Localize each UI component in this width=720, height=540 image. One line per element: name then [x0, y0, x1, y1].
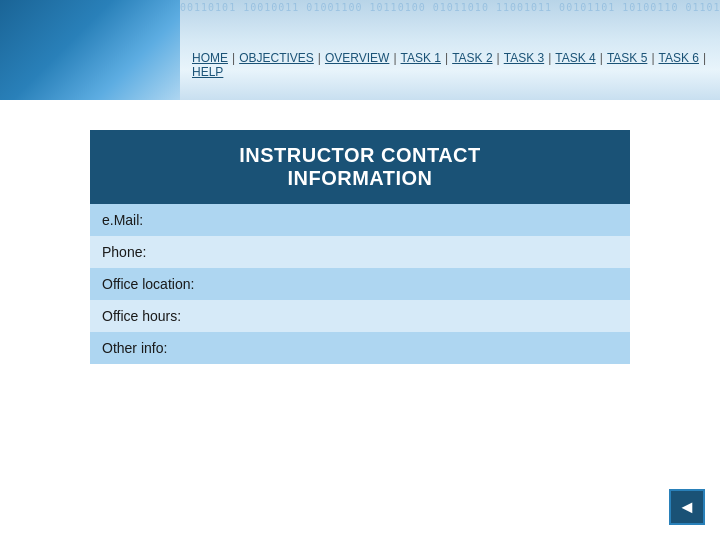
table-header: INSTRUCTOR CONTACTINFORMATION	[90, 130, 630, 204]
contact-table: INSTRUCTOR CONTACTINFORMATION e.Mail:Pho…	[90, 130, 630, 364]
nav-link-task4[interactable]: TASK 4	[553, 51, 597, 65]
nav-separator: |	[230, 51, 237, 65]
table-label-1: Phone:	[90, 236, 295, 268]
footer: ◄	[669, 489, 705, 525]
nav-bar: HOME | OBJECTIVES | OVERVIEW | TASK 1 | …	[180, 0, 720, 100]
table-row: Phone:	[90, 236, 630, 268]
nav-link-help[interactable]: HELP	[190, 65, 225, 79]
main-content: INSTRUCTOR CONTACTINFORMATION e.Mail:Pho…	[0, 100, 720, 384]
nav-separator: |	[316, 51, 323, 65]
nav-separator: |	[495, 51, 502, 65]
table-body: e.Mail:Phone:Office location:Office hour…	[90, 204, 630, 364]
nav-separator: |	[443, 51, 450, 65]
table-label-0: e.Mail:	[90, 204, 295, 236]
nav-link-objectives[interactable]: OBJECTIVES	[237, 51, 316, 65]
nav-link-task2[interactable]: TASK 2	[450, 51, 494, 65]
table-row: Office hours:	[90, 300, 630, 332]
table-label-4: Other info:	[90, 332, 295, 364]
nav-link-task1[interactable]: TASK 1	[399, 51, 443, 65]
table-value-3	[295, 300, 630, 332]
table-value-4	[295, 332, 630, 364]
nav-links: HOME | OBJECTIVES | OVERVIEW | TASK 1 | …	[190, 21, 710, 79]
table-row: Other info:	[90, 332, 630, 364]
nav-separator: |	[649, 51, 656, 65]
nav-link-task3[interactable]: TASK 3	[502, 51, 546, 65]
nav-separator: |	[391, 51, 398, 65]
nav-link-overview[interactable]: OVERVIEW	[323, 51, 391, 65]
back-icon: ◄	[678, 498, 696, 516]
header: HOME | OBJECTIVES | OVERVIEW | TASK 1 | …	[0, 0, 720, 100]
nav-link-task5[interactable]: TASK 5	[605, 51, 649, 65]
nav-separator: |	[546, 51, 553, 65]
logo-box	[0, 0, 180, 100]
table-value-0	[295, 204, 630, 236]
nav-separator: |	[701, 51, 708, 65]
nav-link-home[interactable]: HOME	[190, 51, 230, 65]
nav-link-task6[interactable]: TASK 6	[657, 51, 701, 65]
back-button[interactable]: ◄	[669, 489, 705, 525]
nav-separator: |	[598, 51, 605, 65]
table-row: e.Mail:	[90, 204, 630, 236]
table-label-2: Office location:	[90, 268, 295, 300]
table-value-1	[295, 236, 630, 268]
table-label-3: Office hours:	[90, 300, 295, 332]
table-value-2	[295, 268, 630, 300]
table-row: Office location:	[90, 268, 630, 300]
